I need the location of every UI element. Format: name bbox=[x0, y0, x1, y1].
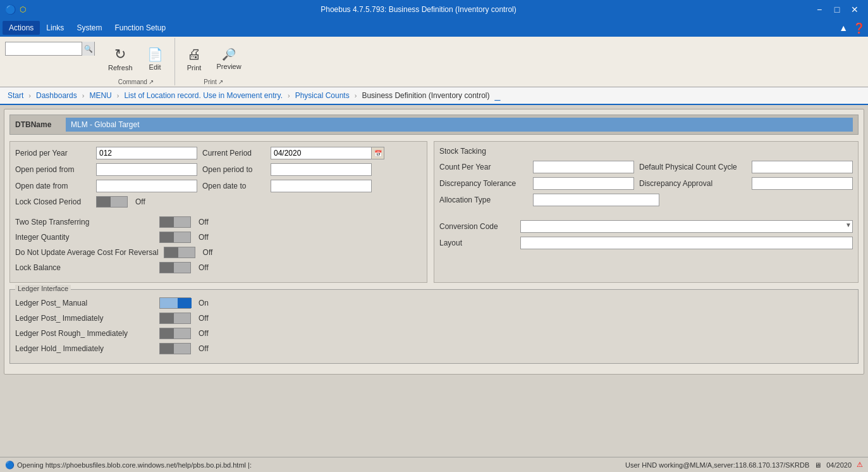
conversion-code-select[interactable] bbox=[520, 220, 853, 233]
window-controls: − □ ✕ bbox=[811, 3, 863, 16]
conversion-code-label: Conversion Code bbox=[439, 222, 515, 231]
menu-item-links[interactable]: Links bbox=[40, 21, 70, 35]
breadcrumb-location[interactable]: List of Location record. Use in Movement… bbox=[121, 90, 285, 101]
lock-closed-period-status: Off bbox=[135, 197, 145, 206]
allocation-type-input[interactable] bbox=[533, 194, 659, 206]
dtb-label: DTBName bbox=[15, 120, 66, 129]
lock-balance-label: Lock Balance bbox=[15, 263, 154, 272]
period-per-year-input[interactable] bbox=[96, 147, 197, 159]
ledger-post-manual-toggle[interactable] bbox=[159, 297, 191, 309]
two-step-toggle[interactable] bbox=[159, 216, 191, 228]
current-period-input[interactable] bbox=[271, 147, 372, 159]
sep3: › bbox=[117, 92, 119, 99]
no-update-avg-row: Do Not Update Average Cost For Reversal … bbox=[15, 247, 422, 258]
breadcrumb-dashboards[interactable]: Dashboards bbox=[34, 90, 80, 101]
ledger-post-rough-status: Off bbox=[199, 329, 209, 338]
discrepancy-approval-input[interactable] bbox=[752, 177, 853, 190]
lock-balance-row: Lock Balance Off bbox=[15, 262, 422, 273]
lock-balance-status: Off bbox=[199, 263, 209, 272]
minimize-button[interactable]: − bbox=[811, 3, 828, 16]
search-input[interactable] bbox=[6, 44, 82, 53]
default-physical-cycle-label: Default Physical Count Cycle bbox=[639, 163, 747, 171]
dtb-row: DTBName MLM - Global Target bbox=[9, 115, 859, 135]
search-button[interactable]: 🔍 bbox=[82, 42, 94, 56]
lock-balance-thumb bbox=[160, 263, 174, 273]
window-title: Phoebus 4.7.5.793: Business Definition (… bbox=[26, 5, 811, 14]
command-group-expand[interactable]: ↗ bbox=[149, 78, 154, 85]
ledger-post-manual-row: Ledger Post_ Manual On bbox=[15, 297, 853, 309]
print-group-label-row: Print ↗ bbox=[204, 78, 223, 85]
maximize-button[interactable]: □ bbox=[829, 3, 845, 16]
ledger-post-manual-thumb bbox=[178, 298, 192, 308]
ledger-hold-label: Ledger Hold_ Immediately bbox=[15, 344, 154, 353]
count-per-year-input[interactable] bbox=[533, 161, 634, 173]
discrepancy-row: Discrepancy Tolerance Discrepancy Approv… bbox=[439, 177, 853, 190]
menu-item-function-setup[interactable]: Function Setup bbox=[108, 21, 172, 35]
ledger-post-rough-toggle[interactable] bbox=[159, 328, 191, 339]
ledger-post-rough-row: Ledger Post Rough_ Immediately Off bbox=[15, 328, 853, 339]
print-group-expand[interactable]: ↗ bbox=[218, 78, 223, 85]
left-column: Period per Year Current Period 📅 Open pe… bbox=[9, 141, 427, 283]
count-per-year-row: Count Per Year Default Physical Count Cy… bbox=[439, 161, 853, 173]
app-icon: 🔵 bbox=[5, 4, 16, 15]
open-period-to-label: Open period to bbox=[202, 165, 266, 174]
no-update-avg-thumb bbox=[164, 247, 178, 258]
preview-button[interactable]: 🔎 Preview bbox=[211, 39, 247, 78]
toolbar-print-buttons: 🖨 Print 🔎 Preview bbox=[180, 39, 247, 78]
current-period-calendar-btn[interactable]: 📅 bbox=[372, 147, 384, 159]
breadcrumb-underline: _ bbox=[494, 90, 500, 101]
integer-qty-toggle[interactable] bbox=[159, 232, 191, 243]
breadcrumb-start[interactable]: Start bbox=[5, 90, 26, 101]
print-label: Print bbox=[187, 64, 202, 71]
discrepancy-tolerance-input[interactable] bbox=[533, 177, 634, 190]
sep4: › bbox=[288, 92, 290, 99]
breadcrumb-menu[interactable]: MENU bbox=[87, 90, 114, 101]
two-step-status: Off bbox=[199, 218, 209, 227]
search-area: 🔍 bbox=[3, 38, 97, 85]
ledger-post-immediately-toggle[interactable] bbox=[159, 313, 191, 324]
refresh-icon: ↻ bbox=[114, 46, 126, 63]
menu-item-system[interactable]: System bbox=[70, 21, 108, 35]
print-group-label: Print bbox=[204, 78, 217, 85]
open-date-to-input[interactable] bbox=[271, 180, 372, 192]
breadcrumb-physical-counts[interactable]: Physical Counts bbox=[293, 90, 352, 101]
no-update-avg-toggle[interactable] bbox=[164, 247, 195, 258]
app-subicon: ⬡ bbox=[20, 5, 26, 14]
menu-item-actions[interactable]: Actions bbox=[3, 21, 40, 35]
lock-closed-period-label: Lock Closed Period bbox=[15, 197, 91, 206]
open-period-to-input[interactable] bbox=[271, 163, 372, 176]
sep2: › bbox=[82, 92, 85, 99]
ledger-hold-toggle[interactable] bbox=[159, 343, 191, 354]
discrepancy-tolerance-label: Discrepancy Tolerance bbox=[439, 179, 528, 188]
layout-input[interactable] bbox=[520, 237, 853, 249]
no-update-avg-label: Do Not Update Average Cost For Reversal bbox=[15, 248, 159, 257]
dtb-value: MLM - Global Target bbox=[66, 118, 853, 132]
lock-closed-period-row: Lock Closed Period Off bbox=[15, 196, 422, 208]
menu-bar: Actions Links System Function Setup ▲ ❓ bbox=[0, 19, 868, 37]
command-group-label: Command bbox=[118, 78, 147, 85]
print-icon: 🖨 bbox=[187, 46, 201, 63]
stock-tacking-title: Stock Tacking bbox=[439, 147, 853, 156]
period-per-year-label: Period per Year bbox=[15, 149, 91, 158]
form-card: DTBName MLM - Global Target Period per Y… bbox=[4, 109, 864, 375]
two-step-label: Two Step Transferring bbox=[15, 218, 154, 227]
toolbar-group-command: ↻ Refresh 📄 Edit Command ↗ bbox=[100, 38, 175, 85]
refresh-button[interactable]: ↻ Refresh bbox=[102, 39, 138, 78]
lock-balance-toggle[interactable] bbox=[159, 262, 191, 273]
close-button[interactable]: ✕ bbox=[847, 3, 863, 16]
edit-label: Edit bbox=[149, 63, 161, 71]
lock-closed-period-toggle[interactable] bbox=[96, 196, 128, 208]
open-period-row: Open period from Open period to bbox=[15, 163, 422, 176]
help-icon[interactable]: ❓ bbox=[853, 22, 865, 34]
preview-icon: 🔎 bbox=[222, 47, 236, 61]
toolbar: 🔍 ↻ Refresh 📄 Edit Command ↗ 🖨 Print bbox=[0, 37, 868, 87]
ledger-hold-status: Off bbox=[199, 344, 209, 353]
ledger-interface-label: Ledger Interface bbox=[15, 285, 71, 292]
default-physical-cycle-input[interactable] bbox=[752, 161, 853, 173]
print-button[interactable]: 🖨 Print bbox=[180, 39, 209, 78]
collapse-arrow[interactable]: ▲ bbox=[839, 23, 848, 33]
conversion-code-wrapper: ▼ bbox=[520, 220, 853, 233]
open-period-from-input[interactable] bbox=[96, 163, 197, 176]
edit-button[interactable]: 📄 Edit bbox=[141, 39, 169, 78]
open-date-from-input[interactable] bbox=[96, 180, 197, 192]
